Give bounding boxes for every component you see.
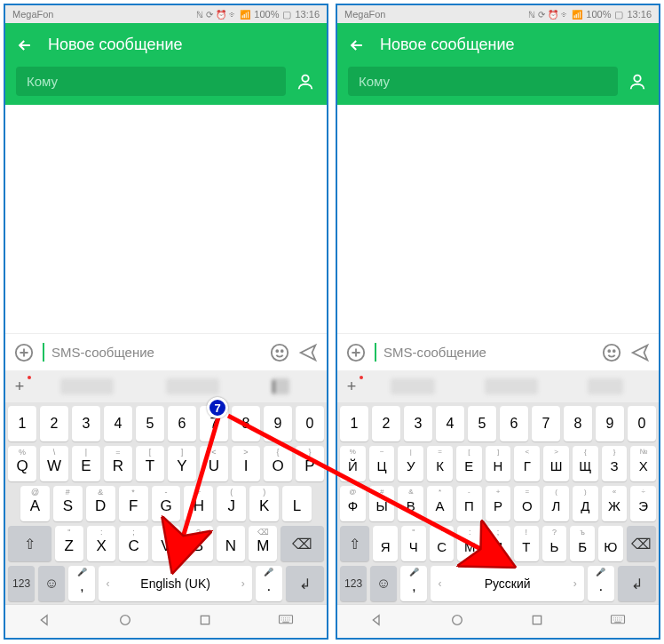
key-comma[interactable]: 🎤, <box>68 566 95 601</box>
key-9[interactable]: 9 <box>264 406 292 441</box>
key-123[interactable]: 123 <box>340 566 367 601</box>
recipient-field[interactable]: Кому <box>16 67 286 96</box>
key-0[interactable]: 0 <box>296 406 324 441</box>
key-5[interactable]: 5 <box>136 406 164 441</box>
key-М[interactable]: :М <box>457 526 482 561</box>
key-123[interactable]: 123 <box>8 566 35 601</box>
key-2[interactable]: 2 <box>40 406 68 441</box>
nav-keyboard[interactable] <box>610 614 626 630</box>
key-F[interactable]: *F <box>119 486 148 521</box>
spacebar[interactable]: ‹ Русский › <box>431 566 583 601</box>
key-L[interactable]: L <box>282 486 312 521</box>
key-S[interactable]: #S <box>53 486 83 521</box>
key-T[interactable]: [T <box>136 446 164 481</box>
key-4[interactable]: 4 <box>104 406 132 441</box>
compose-input[interactable]: SMS-сообщение <box>43 341 261 363</box>
key-D[interactable]: &D <box>86 486 115 521</box>
nav-recent[interactable] <box>530 613 544 631</box>
key-Ч[interactable]: "Ч <box>401 526 426 561</box>
key-3[interactable]: 3 <box>72 406 100 441</box>
nav-home[interactable] <box>118 613 132 631</box>
key-shift[interactable]: ⇧ <box>340 526 369 561</box>
key-E[interactable]: |E <box>72 446 100 481</box>
suggestion[interactable] <box>588 378 623 394</box>
nav-home[interactable] <box>450 613 464 631</box>
contact-icon[interactable] <box>295 71 316 92</box>
key-Щ[interactable]: {Щ <box>573 446 598 481</box>
key-С[interactable]: 'С <box>430 526 455 561</box>
suggestion[interactable] <box>485 378 538 394</box>
key-period[interactable]: 🎤. <box>256 566 282 601</box>
key-О[interactable]: =О <box>514 486 540 521</box>
key-Н[interactable]: ]Н <box>486 446 511 481</box>
key-Е[interactable]: [Е <box>456 446 482 481</box>
key-Й[interactable]: %Й <box>340 446 366 481</box>
key-X[interactable]: :X <box>87 526 115 561</box>
attach-icon[interactable] <box>346 343 366 362</box>
key-З[interactable]: }З <box>602 446 628 481</box>
key-J[interactable]: (J <box>217 486 246 521</box>
key-И[interactable]: ;И <box>486 526 510 561</box>
key-Ь[interactable]: ?Ь <box>542 526 567 561</box>
back-arrow-icon[interactable] <box>348 36 366 54</box>
key-Д[interactable]: )Д <box>573 486 598 521</box>
key-Ю[interactable]: Ю <box>598 526 623 561</box>
key-Т[interactable]: !Т <box>514 526 539 561</box>
key-I[interactable]: >I <box>232 446 260 481</box>
key-1[interactable]: 1 <box>8 406 36 441</box>
key-W[interactable]: \W <box>40 446 68 481</box>
key-K[interactable]: )K <box>249 486 279 521</box>
key-P[interactable]: }P <box>296 446 324 481</box>
nav-keyboard[interactable] <box>278 614 294 630</box>
key-Ф[interactable]: @Ф <box>340 486 366 521</box>
key-6[interactable]: 6 <box>168 406 196 441</box>
attach-icon[interactable] <box>14 343 34 362</box>
key-A[interactable]: @A <box>20 486 50 521</box>
back-arrow-icon[interactable] <box>16 36 34 54</box>
key-Г[interactable]: <Г <box>514 446 540 481</box>
key-emoji[interactable]: ☺ <box>370 566 397 601</box>
key-Ш[interactable]: >Ш <box>543 446 569 481</box>
send-icon[interactable] <box>298 343 318 362</box>
key-R[interactable]: =R <box>104 446 132 481</box>
key-shift[interactable]: ⇧ <box>8 526 51 561</box>
spacebar[interactable]: ‹ English (UK) › <box>99 566 251 601</box>
key-Ц[interactable]: ~Ц <box>369 446 395 481</box>
key-backspace[interactable]: ⌫ <box>281 526 324 561</box>
key-H[interactable]: +H <box>184 486 213 521</box>
key-9[interactable]: 9 <box>596 406 624 441</box>
key-comma[interactable]: 🎤, <box>400 566 427 601</box>
key-M[interactable]: ⌫M <box>249 526 277 561</box>
suggestion[interactable] <box>391 378 435 394</box>
key-Z[interactable]: "Z <box>55 526 83 561</box>
key-U[interactable]: <U <box>200 446 228 481</box>
key-backspace[interactable]: ⌫ <box>627 526 656 561</box>
expand-icon[interactable]: + <box>11 378 28 396</box>
key-1[interactable]: 1 <box>340 406 368 441</box>
suggestion[interactable] <box>166 378 219 394</box>
nav-recent[interactable] <box>198 613 212 631</box>
recipient-field[interactable]: Кому <box>348 67 618 96</box>
key-8[interactable]: 8 <box>232 406 260 441</box>
key-enter[interactable]: ↲ <box>286 566 324 601</box>
emoji-icon[interactable] <box>270 343 289 362</box>
key-8[interactable]: 8 <box>564 406 592 441</box>
key-Б[interactable]: ъБ <box>570 526 595 561</box>
key-Ж[interactable]: «Ж <box>602 486 628 521</box>
suggestion[interactable]: | <box>272 378 289 394</box>
suggestion[interactable] <box>60 378 114 394</box>
key-П[interactable]: -П <box>456 486 482 521</box>
key-У[interactable]: |У <box>398 446 423 481</box>
key-Р[interactable]: +Р <box>486 486 511 521</box>
key-emoji[interactable]: ☺ <box>38 566 65 601</box>
key-B[interactable]: ?B <box>184 526 212 561</box>
key-5[interactable]: 5 <box>468 406 496 441</box>
contact-icon[interactable] <box>627 71 648 92</box>
key-C[interactable]: ;C <box>119 526 147 561</box>
key-В[interactable]: &В <box>398 486 423 521</box>
key-А[interactable]: *А <box>427 486 453 521</box>
key-7[interactable]: 7 <box>532 406 560 441</box>
compose-input[interactable]: SMS-сообщение <box>375 341 593 363</box>
key-2[interactable]: 2 <box>372 406 400 441</box>
key-period[interactable]: 🎤. <box>588 566 614 601</box>
